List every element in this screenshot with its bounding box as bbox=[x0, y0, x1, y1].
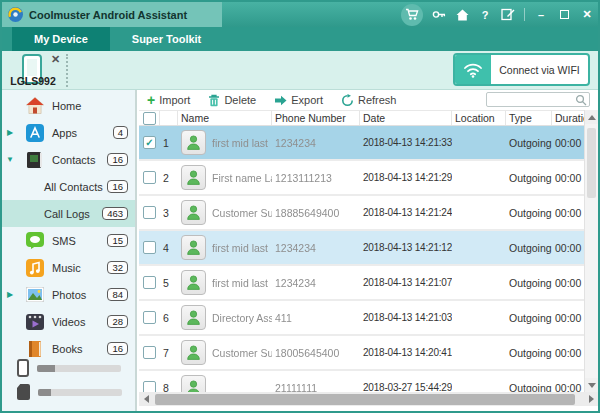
row-date-cell: 2018-04-13 14:20:41 bbox=[360, 336, 452, 369]
books-icon bbox=[25, 339, 44, 358]
row-checkbox[interactable]: ✓ bbox=[143, 136, 156, 149]
horizontal-scrollbar[interactable] bbox=[139, 392, 598, 406]
main-tab-bar: My Device Super Toolkit bbox=[2, 27, 598, 51]
refresh-button[interactable]: Refresh bbox=[341, 94, 397, 107]
row-checkbox[interactable] bbox=[143, 311, 156, 324]
maximize-button[interactable] bbox=[557, 8, 571, 22]
row-type-cell: Outgoing bbox=[506, 266, 552, 299]
horizontal-scroll-thumb[interactable] bbox=[155, 394, 575, 405]
sidebar-item-videos[interactable]: Videos28 bbox=[2, 308, 135, 335]
row-name-cell: First name Las... bbox=[178, 161, 272, 194]
row-select-cell bbox=[139, 371, 160, 392]
search-input[interactable] bbox=[487, 94, 575, 105]
close-button[interactable]: ✕ bbox=[580, 8, 594, 22]
row-duration-cell: 00:00 bbox=[552, 371, 588, 392]
sidebar-label: Home bbox=[52, 100, 81, 112]
row-duration-cell: 00:00 bbox=[552, 161, 588, 194]
sd-storage-bar bbox=[38, 389, 122, 396]
header-duration[interactable]: Duration bbox=[552, 111, 588, 125]
help-button[interactable]: ? bbox=[478, 8, 492, 22]
row-location-cell bbox=[452, 161, 506, 194]
row-type-cell: Outgoing bbox=[506, 161, 552, 194]
scroll-right-button[interactable] bbox=[584, 392, 598, 406]
header-name[interactable]: Name bbox=[178, 111, 272, 125]
sidebar-item-sms[interactable]: SMS15 bbox=[2, 227, 135, 254]
call-log-row[interactable]: 4first mid last12342342018-04-13 14:21:1… bbox=[139, 231, 588, 266]
scroll-down-button[interactable] bbox=[585, 378, 599, 392]
scroll-up-button[interactable] bbox=[585, 110, 599, 124]
expand-right-icon[interactable]: ▶ bbox=[2, 290, 15, 299]
contact-avatar bbox=[181, 200, 206, 225]
sidebar-item-photos[interactable]: ▶Photos84 bbox=[2, 281, 135, 308]
row-date-cell: 2018-04-13 14:21:03 bbox=[360, 301, 452, 334]
tab-super-toolkit[interactable]: Super Toolkit bbox=[110, 27, 223, 51]
home-icon bbox=[25, 96, 44, 115]
scroll-left-button[interactable] bbox=[139, 392, 153, 406]
expand-down-icon[interactable]: ▼ bbox=[2, 155, 15, 164]
vertical-scrollbar[interactable] bbox=[584, 110, 598, 392]
call-log-row[interactable]: 3Customer Sup...188856494002018-04-13 14… bbox=[139, 196, 588, 231]
maximize-icon bbox=[560, 10, 569, 19]
header-type[interactable]: Type bbox=[506, 111, 552, 125]
window-title: Coolmuster Android Assistant bbox=[29, 9, 187, 21]
row-date-cell: 2018-03-27 15:44:29 bbox=[360, 371, 452, 392]
call-log-row[interactable]: 2First name Las...12131112132018-04-13 1… bbox=[139, 161, 588, 196]
contact-avatar bbox=[181, 165, 206, 190]
import-button[interactable]: + Import bbox=[147, 94, 190, 106]
call-log-row[interactable]: 7Customer Sup...180056454002018-04-13 14… bbox=[139, 336, 588, 371]
call-log-row[interactable]: 8211111112018-03-27 15:44:29Outgoing00:0… bbox=[139, 371, 588, 392]
row-phone-cell: 21111111 bbox=[272, 371, 360, 392]
sidebar-item-all-contacts[interactable]: All Contacts16 bbox=[2, 173, 135, 200]
row-index: 3 bbox=[160, 196, 178, 229]
contact-avatar bbox=[181, 305, 206, 330]
contact-name: Customer Sup... bbox=[212, 347, 272, 359]
row-checkbox[interactable] bbox=[143, 381, 156, 392]
row-duration-cell: 00:00 bbox=[552, 196, 588, 229]
contact-avatar bbox=[181, 340, 206, 365]
row-checkbox[interactable] bbox=[143, 241, 156, 254]
row-checkbox[interactable] bbox=[143, 171, 156, 184]
row-phone-cell: 1234234 bbox=[272, 126, 360, 159]
minimize-button[interactable]: – bbox=[534, 8, 548, 22]
delete-button[interactable]: Delete bbox=[208, 94, 256, 107]
sidebar-item-home[interactable]: Home bbox=[2, 92, 135, 119]
row-date-cell: 2018-04-13 14:21:29 bbox=[360, 161, 452, 194]
header-index bbox=[160, 111, 178, 125]
row-checkbox[interactable] bbox=[143, 206, 156, 219]
vertical-scroll-thumb[interactable] bbox=[587, 128, 596, 198]
header-phone-number[interactable]: Phone Number bbox=[272, 111, 360, 125]
export-button[interactable]: Export bbox=[274, 94, 323, 106]
sidebar-item-apps[interactable]: ▶Apps4 bbox=[2, 119, 135, 146]
device-disconnect-button[interactable]: ✕ bbox=[51, 53, 60, 66]
key-icon bbox=[432, 8, 446, 21]
register-key-button[interactable] bbox=[432, 8, 446, 22]
home-button[interactable] bbox=[455, 8, 469, 22]
row-checkbox[interactable] bbox=[143, 346, 156, 359]
search-icon[interactable] bbox=[575, 94, 587, 106]
connect-wifi-button[interactable]: Connect via WIFI bbox=[453, 53, 590, 86]
store-cart-button[interactable] bbox=[401, 4, 423, 26]
sidebar-item-music[interactable]: Music32 bbox=[2, 254, 135, 281]
header-location[interactable]: Location bbox=[452, 111, 506, 125]
call-log-row[interactable]: 5first mid last12342342018-04-13 14:21:0… bbox=[139, 266, 588, 301]
phone-number: 411 bbox=[275, 312, 292, 324]
tab-my-device[interactable]: My Device bbox=[12, 27, 110, 51]
count-badge: 84 bbox=[107, 288, 128, 301]
contact-name: Customer Sup... bbox=[212, 207, 272, 219]
toolbar: + Import Delete Export bbox=[139, 90, 598, 110]
row-checkbox[interactable] bbox=[143, 276, 156, 289]
header-date[interactable]: Date bbox=[360, 111, 452, 125]
expand-right-icon[interactable]: ▶ bbox=[2, 128, 15, 137]
titlebar-separator bbox=[524, 8, 525, 21]
title-chip: Coolmuster Android Assistant bbox=[2, 2, 222, 27]
sidebar-item-call-logs[interactable]: Call Logs463 bbox=[2, 200, 135, 227]
feedback-button[interactable] bbox=[501, 8, 515, 22]
export-arrow-icon bbox=[274, 95, 287, 106]
apps-icon bbox=[25, 123, 44, 142]
wifi-icon-box bbox=[455, 55, 491, 84]
sidebar-item-contacts[interactable]: ▼Contacts16 bbox=[2, 146, 135, 173]
row-phone-cell: 18885649400 bbox=[272, 196, 360, 229]
call-log-row[interactable]: ✓1first mid last12342342018-04-13 14:21:… bbox=[139, 126, 588, 161]
select-all-checkbox[interactable] bbox=[143, 112, 156, 125]
call-log-row[interactable]: 6Directory Assi...4112018-04-13 14:21:03… bbox=[139, 301, 588, 336]
